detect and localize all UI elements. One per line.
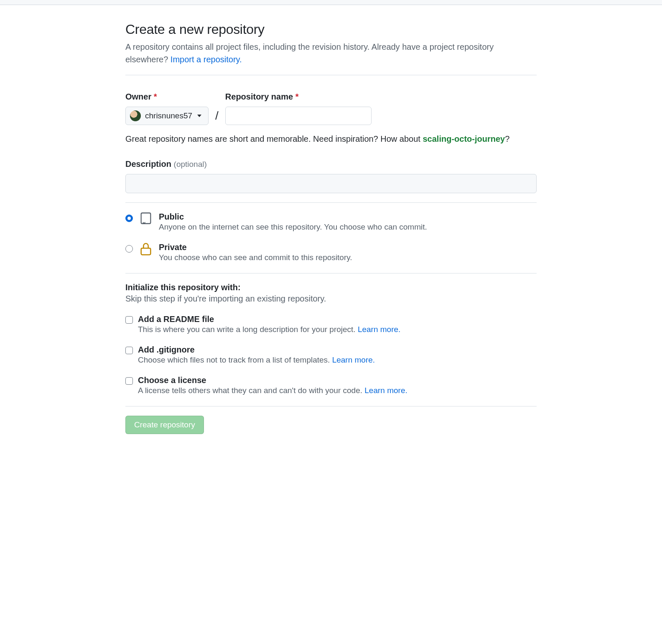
gitignore-checkbox[interactable]	[125, 347, 133, 354]
repo-name-hint: Great repository names are short and mem…	[125, 133, 537, 145]
gitignore-text: Add .gitignore Choose which files not to…	[138, 345, 375, 365]
visibility-public-radio[interactable]	[125, 215, 133, 222]
browser-chrome-strip	[0, 0, 662, 5]
description-label-text: Description	[125, 159, 171, 169]
svg-rect-0	[141, 213, 151, 224]
suggested-name[interactable]: scaling-octo-journey	[423, 134, 505, 143]
divider	[125, 273, 537, 273]
visibility-public-option: Public Anyone on the internet can see th…	[125, 212, 537, 232]
required-asterisk: *	[154, 92, 157, 101]
readme-text: Add a README file This is where you can …	[138, 314, 400, 334]
readme-learn-more-link[interactable]: Learn more.	[358, 325, 400, 334]
gitignore-desc: Choose which files not to track from a l…	[138, 355, 375, 365]
license-desc: A license tells others what they can and…	[138, 386, 407, 395]
owner-label: Owner *	[125, 92, 209, 102]
visibility-public-desc: Anyone on the internet can see this repo…	[159, 222, 427, 232]
readme-title: Add a README file	[138, 314, 400, 324]
repo-public-icon	[139, 211, 153, 227]
license-desc-text: A license tells others what they can and…	[138, 386, 364, 395]
svg-rect-1	[141, 248, 151, 255]
gitignore-desc-text: Choose which files not to track from a l…	[138, 355, 332, 364]
owner-selected-name: chrisnunes57	[145, 111, 192, 120]
visibility-public-title: Public	[159, 212, 427, 222]
divider	[125, 202, 537, 203]
license-learn-more-link[interactable]: Learn more.	[364, 386, 407, 395]
import-repository-link[interactable]: Import a repository.	[171, 55, 242, 64]
divider	[125, 406, 537, 406]
readme-desc: This is where you can write a long descr…	[138, 325, 400, 334]
visibility-public-text: Public Anyone on the internet can see th…	[159, 212, 427, 232]
create-repository-button[interactable]: Create repository	[125, 416, 204, 434]
divider	[125, 75, 537, 75]
license-option: Choose a license A license tells others …	[125, 376, 537, 395]
owner-and-name-row: Owner * chrisnunes57 / Repository name *	[125, 92, 537, 125]
license-title: Choose a license	[138, 376, 407, 385]
avatar	[130, 110, 141, 121]
initialize-heading: Initialize this repository with:	[125, 283, 537, 292]
readme-checkbox[interactable]	[125, 316, 133, 324]
visibility-private-option: Private You choose who can see and commi…	[125, 243, 537, 262]
page-title: Create a new repository	[125, 22, 537, 37]
readme-desc-text: This is where you can write a long descr…	[138, 325, 358, 334]
license-text: Choose a license A license tells others …	[138, 376, 407, 395]
owner-label-text: Owner	[125, 92, 151, 101]
description-label: Description (optional)	[125, 159, 537, 169]
required-asterisk: *	[295, 92, 299, 101]
gitignore-option: Add .gitignore Choose which files not to…	[125, 345, 537, 365]
repo-name-input[interactable]	[225, 107, 372, 125]
description-input[interactable]	[125, 174, 537, 193]
gitignore-learn-more-link[interactable]: Learn more.	[332, 355, 375, 364]
readme-option: Add a README file This is where you can …	[125, 314, 537, 334]
owner-select-button[interactable]: chrisnunes57	[125, 107, 209, 125]
caret-down-icon	[197, 115, 201, 117]
page-subhead: A repository contains all project files,…	[125, 41, 537, 66]
hint-pre-text: Great repository names are short and mem…	[125, 134, 423, 143]
new-repository-form: Create a new repository A repository con…	[122, 5, 540, 459]
visibility-private-title: Private	[159, 243, 352, 252]
optional-text: (optional)	[174, 160, 207, 169]
gitignore-title: Add .gitignore	[138, 345, 375, 355]
license-checkbox[interactable]	[125, 377, 133, 385]
visibility-private-desc: You choose who can see and commit to thi…	[159, 253, 352, 262]
lock-icon	[139, 242, 153, 258]
owner-field: Owner * chrisnunes57	[125, 92, 209, 125]
repo-name-field: Repository name *	[225, 92, 372, 125]
initialize-subtext: Skip this step if you're importing an ex…	[125, 294, 537, 304]
owner-name-separator: /	[214, 109, 219, 125]
repo-name-label-text: Repository name	[225, 92, 293, 101]
visibility-private-text: Private You choose who can see and commi…	[159, 243, 352, 262]
repo-name-label: Repository name *	[225, 92, 372, 102]
visibility-private-radio[interactable]	[125, 245, 133, 253]
hint-post-text: ?	[505, 134, 509, 143]
